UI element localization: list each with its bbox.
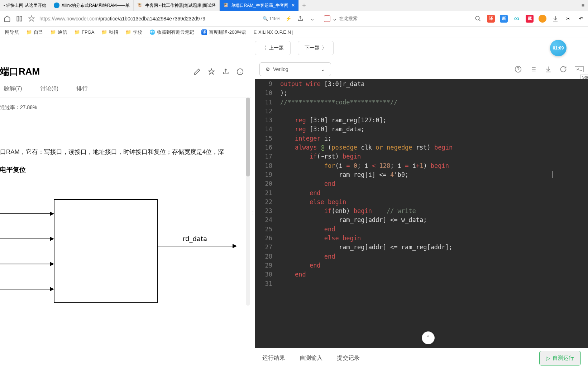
scrollbar[interactable] <box>246 98 250 306</box>
folder-icon: 📁 <box>26 29 32 35</box>
editor-panel: ⚙Verilog ⌄ P...Sta 910111213141516171819… <box>255 58 588 368</box>
translate-icon[interactable]: 译 <box>487 15 495 23</box>
tab-label: 单端口RAM_牛客题霸_牛客网 <box>231 3 288 9</box>
url-path: /practice/a1b0c13edba14a2984e7369d232d97… <box>99 16 205 22</box>
translate-icon: 译 <box>201 29 207 35</box>
bookmark-item[interactable]: 译百度翻译-200种语 <box>199 29 249 36</box>
tab-discuss[interactable]: 讨论(6) <box>40 80 59 98</box>
ram-box <box>54 199 158 303</box>
share-icon[interactable] <box>222 68 229 75</box>
bookmark-folder[interactable]: 📁自己 <box>23 29 46 36</box>
infinity-icon[interactable]: ∞ <box>513 15 521 23</box>
refresh-icon[interactable] <box>560 66 567 73</box>
prev-problem-button[interactable]: 〈上一题 <box>255 41 291 55</box>
bookmark-item[interactable]: 🌐收藏到有道云笔记 <box>147 29 197 36</box>
problem-panel: 端口RAM 题解(7) 讨论(6) 排行 通过率：27.88% 口RAM，它有：… <box>0 58 251 368</box>
chevron-down-icon[interactable]: ⌄ <box>308 14 317 23</box>
arrow-in-3 <box>0 264 54 264</box>
out-label: rd_data <box>183 235 207 242</box>
ext-orange-icon[interactable] <box>539 15 546 23</box>
tab-1[interactable]: - 轻快上网 从这里开始 <box>0 0 50 11</box>
globe-icon: 🌐 <box>149 29 155 35</box>
reader-icon[interactable] <box>15 14 24 23</box>
play-icon: ▷ <box>546 355 550 362</box>
problem-nav: 〈上一题 下一题〉 01:09 <box>0 38 588 58</box>
browser-tabs: - 轻快上网 从这里开始 Xilinx的分布式RAM和块RAM——单 🐮牛客网 … <box>0 0 588 11</box>
problem-title: 端口RAM <box>0 65 193 78</box>
add-tab-button[interactable]: + <box>299 2 310 9</box>
arrow-in-4 <box>0 289 54 289</box>
folder-icon: 📁 <box>50 29 56 35</box>
bookmarks-bar: 网导航 📁自己 📁通信 📁FPGA 📁秋招 📁学校 🌐收藏到有道云笔记 译百度翻… <box>0 27 588 38</box>
tab-solution[interactable]: 题解(7) <box>4 80 22 98</box>
code-lines[interactable]: output wire [3:0]r_data);//*************… <box>280 80 453 288</box>
tab-tools-icon[interactable]: ≡ <box>578 3 588 8</box>
svg-point-0 <box>475 16 479 20</box>
scissors-icon[interactable]: ✂ <box>564 15 572 23</box>
code-editor[interactable]: 9101112131415161718192021222324252627282… <box>255 79 588 348</box>
url-field[interactable]: https://www.nowcoder.com/practice/a1b0c1… <box>39 16 259 22</box>
tab-4-active[interactable]: 🐮单端口RAM_牛客题霸_牛客网✕ <box>220 0 299 11</box>
arrow-out <box>158 246 236 246</box>
list-icon[interactable] <box>530 66 537 73</box>
search-icon[interactable] <box>474 15 482 23</box>
arrow-in-1 <box>0 213 54 214</box>
info-icon[interactable] <box>236 68 244 75</box>
chevron-down-icon[interactable]: ⌄ <box>333 16 337 22</box>
line-gutter: 9101112131415161718192021222324252627282… <box>255 79 276 288</box>
folder-icon: 📁 <box>74 29 80 35</box>
tab-result[interactable]: 运行结果 <box>262 354 285 362</box>
star-icon[interactable] <box>208 68 215 75</box>
scrollbar-thumb[interactable] <box>246 98 250 176</box>
tab-label: - 轻快上网 从这里开始 <box>4 3 46 9</box>
xilinx-e-icon: E <box>253 29 257 35</box>
star-icon[interactable] <box>27 14 36 23</box>
bookmark-item[interactable]: 网导航 <box>2 29 22 36</box>
ram-diagram: rd_data <box>0 188 251 303</box>
bookmark-folder[interactable]: 📁FPGA <box>71 29 97 35</box>
next-problem-button[interactable]: 下一题〉 <box>298 41 334 55</box>
bookmark-folder[interactable]: 📁学校 <box>123 29 145 36</box>
home-icon[interactable] <box>3 14 11 23</box>
tab-2[interactable]: Xilinx的分布式RAM和块RAM——单 <box>50 0 134 11</box>
ext-new-icon[interactable]: 新 <box>500 15 508 23</box>
share-icon[interactable] <box>296 14 305 23</box>
split-gutter[interactable]: ⋮ <box>251 58 255 368</box>
undo-icon[interactable]: ↶ <box>577 15 585 23</box>
tab-3[interactable]: 🐮牛客网 - 找工作神器|笔试题库|面试经 <box>134 0 220 11</box>
edit-icon[interactable] <box>193 68 201 75</box>
pass-rate: 通过率：27.88% <box>0 98 251 117</box>
gear-icon: ⚙ <box>266 66 270 72</box>
tab-label: 牛客网 - 找工作神器|笔试题库|面试经 <box>145 3 216 9</box>
xilinx-icon <box>54 3 59 8</box>
url-host: https://www.nowcoder.com <box>39 16 99 22</box>
help-icon[interactable] <box>515 66 522 73</box>
bookmark-folder[interactable]: 📁秋招 <box>99 29 121 36</box>
download-icon[interactable] <box>551 15 559 23</box>
tab-selftest[interactable]: 自测输入 <box>300 354 322 362</box>
paw-icon <box>324 15 330 22</box>
timer-badge[interactable]: 01:09 <box>550 40 567 56</box>
run-button[interactable]: ▷自测运行 <box>539 351 581 365</box>
zoom-indicator[interactable]: 🔍 115% <box>263 16 281 21</box>
bookmark-folder[interactable]: 📁通信 <box>47 29 70 36</box>
nowcoder-icon: 🐮 <box>137 3 143 8</box>
folder-icon: 📁 <box>125 29 131 35</box>
tab-rank[interactable]: 排行 <box>76 80 88 98</box>
problem-description: 口RAM，它有：写接口，读接口，地址接口，时钟接口和复位；存储宽度是4位，深 <box>0 146 251 158</box>
arrow-in-2 <box>0 239 54 239</box>
language-select[interactable]: ⚙Verilog ⌄ <box>259 62 331 76</box>
flash-icon[interactable]: ⚡ <box>284 14 292 23</box>
tab-submissions[interactable]: 提交记录 <box>337 354 360 362</box>
ext-cang-icon[interactable]: 藏 <box>526 15 534 23</box>
search-input[interactable] <box>339 16 389 21</box>
bookmark-item[interactable]: EXILINX O.P.E.N | <box>250 29 296 35</box>
p-badge[interactable]: P...Sta <box>575 66 584 72</box>
chevron-down-icon: ⌄ <box>321 66 325 72</box>
close-icon[interactable]: ✕ <box>291 3 295 8</box>
tab-label: Xilinx的分布式RAM和块RAM——单 <box>62 3 130 9</box>
reset-heading: 电平复位 <box>0 165 251 174</box>
browser-search[interactable]: ⌄ <box>324 15 434 22</box>
download-icon[interactable] <box>545 66 552 73</box>
scroll-up-button[interactable]: ⌃ <box>422 331 435 344</box>
